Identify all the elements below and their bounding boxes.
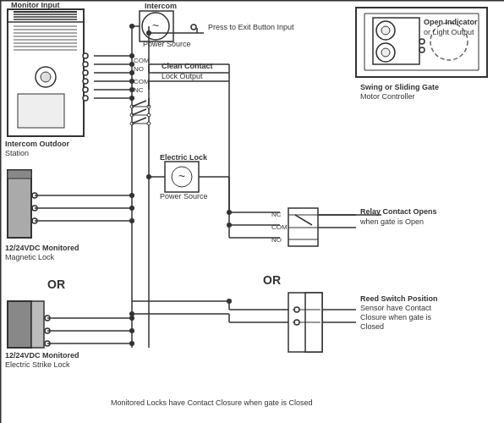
- svg-text:Magnetic Lock: Magnetic Lock: [5, 253, 55, 261]
- svg-point-22: [83, 87, 88, 92]
- svg-text:12/24VDC Monitored: 12/24VDC Monitored: [5, 244, 79, 252]
- svg-point-18: [83, 53, 88, 58]
- svg-text:or Light Output: or Light Output: [424, 28, 474, 36]
- svg-point-49: [129, 24, 134, 29]
- svg-text:NC: NC: [134, 86, 144, 94]
- svg-text:Clean Contact: Clean Contact: [162, 62, 213, 70]
- svg-text:Sensor have Contact: Sensor have Contact: [360, 304, 432, 312]
- svg-rect-91: [8, 170, 31, 179]
- svg-rect-105: [31, 301, 44, 348]
- svg-point-124: [294, 320, 299, 325]
- svg-text:Open Indicator: Open Indicator: [424, 18, 478, 26]
- svg-rect-104: [8, 301, 31, 348]
- svg-text:~: ~: [152, 19, 159, 32]
- svg-text:Station: Station: [5, 149, 29, 157]
- svg-point-129: [227, 299, 232, 304]
- svg-point-19: [83, 62, 88, 67]
- svg-point-16: [41, 72, 51, 82]
- svg-text:Reed Switch Position: Reed Switch Position: [360, 294, 438, 303]
- wiring-diagram: Monitor Input Intercom Outdoor Station ~…: [0, 0, 504, 423]
- svg-text:Motor Controller: Motor Controller: [360, 92, 415, 101]
- svg-text:12/24VDC Monitored: 12/24VDC Monitored: [5, 351, 79, 360]
- svg-point-100: [129, 218, 134, 223]
- svg-text:NO: NO: [134, 65, 144, 73]
- svg-rect-17: [18, 94, 64, 128]
- svg-text:Intercom: Intercom: [145, 2, 177, 10]
- svg-point-47: [129, 96, 134, 101]
- svg-point-67: [146, 174, 151, 179]
- svg-text:Closure when gate is: Closure when gate is: [360, 313, 432, 321]
- svg-point-23: [83, 96, 88, 101]
- svg-point-51: [146, 30, 151, 36]
- svg-point-98: [129, 193, 134, 198]
- svg-point-21: [83, 79, 88, 84]
- svg-point-161: [147, 113, 151, 117]
- svg-text:Swing or Sliding Gate: Swing or Sliding Gate: [360, 83, 439, 91]
- svg-text:Closed: Closed: [360, 322, 384, 331]
- svg-text:~: ~: [178, 169, 185, 183]
- svg-text:OR: OR: [47, 277, 65, 291]
- svg-text:Power Source: Power Source: [143, 40, 191, 48]
- svg-text:when gate is Open: when gate is Open: [359, 217, 424, 226]
- svg-rect-90: [8, 170, 31, 238]
- svg-point-32: [191, 25, 196, 30]
- svg-text:Electric Lock: Electric Lock: [160, 153, 208, 162]
- svg-point-99: [129, 206, 134, 211]
- svg-text:Press to Exit Button Input: Press to Exit Button Input: [208, 23, 294, 31]
- svg-point-149: [419, 47, 425, 52]
- svg-text:COM: COM: [134, 57, 150, 64]
- svg-point-142: [381, 26, 390, 35]
- monitor-input-label: Monitor Input: [11, 1, 59, 9]
- svg-point-133: [129, 311, 134, 316]
- svg-point-165: [147, 122, 151, 125]
- svg-text:Electric Strike Lock: Electric Strike Lock: [5, 360, 70, 369]
- svg-point-20: [83, 70, 88, 75]
- svg-text:COM: COM: [134, 78, 150, 85]
- svg-point-123: [294, 307, 299, 312]
- svg-text:Monitored Locks have Contact C: Monitored Locks have Contact Closure whe…: [111, 398, 313, 407]
- svg-text:OR: OR: [263, 273, 281, 287]
- svg-point-148: [419, 39, 425, 44]
- intercom-outdoor-label: Intercom Outdoor: [5, 140, 69, 148]
- svg-point-144: [381, 48, 390, 57]
- svg-text:Power Source: Power Source: [160, 192, 208, 201]
